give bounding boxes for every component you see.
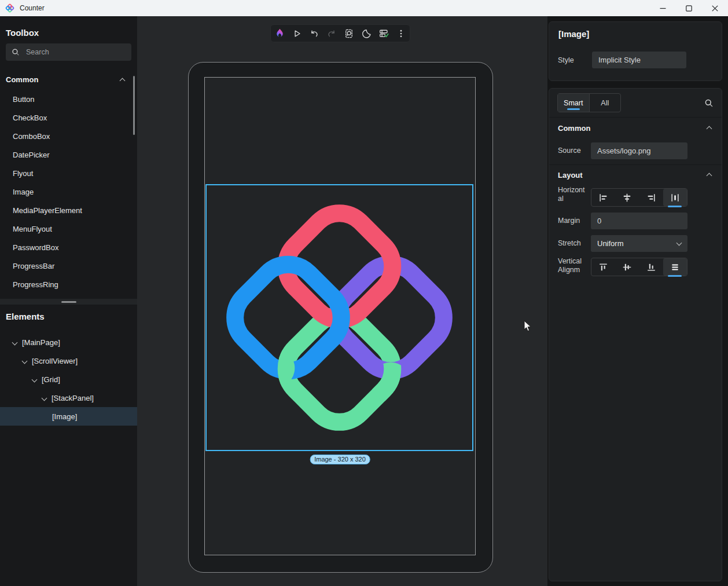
tree-item-mainpage[interactable]: [MainPage] bbox=[0, 333, 137, 351]
toolbox-item-progressbar[interactable]: ProgressBar bbox=[0, 257, 137, 276]
toolbox-item-button[interactable]: Button bbox=[0, 90, 137, 109]
search-icon bbox=[12, 48, 20, 56]
selected-option-underline bbox=[668, 206, 682, 208]
align-horizontal-left-button[interactable] bbox=[591, 189, 615, 206]
inspector-tabs: Smart All bbox=[557, 93, 621, 112]
play-button[interactable] bbox=[289, 25, 305, 41]
align-horizontal-stretch-button[interactable] bbox=[663, 189, 687, 206]
toolbox-section-header: Common bbox=[0, 71, 137, 87]
toolbox-title: Toolbox bbox=[6, 27, 39, 39]
tree-item-scrollviewer[interactable]: [ScrollViewer] bbox=[0, 351, 137, 370]
titlebar: Counter bbox=[0, 0, 728, 17]
expand-chevron-icon[interactable] bbox=[22, 358, 28, 364]
horizontal-alignment-group bbox=[591, 188, 687, 207]
maximize-icon bbox=[686, 5, 692, 12]
source-field[interactable]: Assets/logo.png bbox=[591, 142, 687, 159]
toolbox-item-image[interactable]: Image bbox=[0, 183, 137, 202]
minimize-button[interactable] bbox=[650, 0, 676, 16]
search-icon bbox=[704, 98, 714, 108]
toolbox-search-input[interactable] bbox=[25, 47, 120, 57]
task-list-check-icon bbox=[378, 28, 389, 39]
canvas-toolbar bbox=[270, 24, 410, 42]
image-element-logo[interactable] bbox=[207, 185, 472, 450]
toolbox-item-flyout[interactable]: Flyout bbox=[0, 164, 137, 183]
more-options-button[interactable] bbox=[394, 25, 409, 41]
margin-field[interactable]: 0 bbox=[591, 213, 687, 229]
splitter-grip-icon bbox=[61, 301, 76, 303]
zoom-selection-icon bbox=[344, 28, 354, 39]
toolbox-search[interactable] bbox=[6, 43, 131, 61]
close-icon bbox=[712, 5, 718, 12]
minimize-icon bbox=[660, 5, 666, 12]
align-horizontal-center-button[interactable] bbox=[615, 189, 639, 206]
toolbox-section-title: Common bbox=[6, 75, 38, 84]
maximize-button[interactable] bbox=[676, 0, 702, 16]
toolbox-list: Button CheckBox ComboBox DatePicker Flyo… bbox=[0, 90, 137, 294]
hot-reload-button[interactable] bbox=[272, 25, 288, 41]
task-list-button[interactable] bbox=[376, 25, 392, 41]
align-top-icon bbox=[598, 262, 608, 272]
zoom-selection-button[interactable] bbox=[341, 25, 357, 41]
toolbox-item-passwordbox[interactable]: PasswordBox bbox=[0, 239, 137, 257]
properties-search-button[interactable] bbox=[701, 95, 716, 111]
toolbox-item-mediaplayerelement[interactable]: MediaPlayerElement bbox=[0, 202, 137, 220]
vertical-alignment-group bbox=[591, 258, 687, 276]
collapse-chevron-icon[interactable] bbox=[707, 126, 712, 132]
redo-button[interactable] bbox=[324, 25, 340, 41]
panel-splitter[interactable] bbox=[0, 299, 137, 305]
collapse-chevron-icon[interactable] bbox=[707, 173, 712, 179]
selected-element-title: [Image] bbox=[558, 29, 589, 39]
tree-item-grid[interactable]: [Grid] bbox=[0, 370, 137, 389]
align-vertical-stretch-button[interactable] bbox=[663, 258, 687, 276]
device-frame: Image - 320 x 320 bbox=[188, 62, 493, 573]
layout-section-header: Layout bbox=[558, 169, 583, 181]
tree-item-stackpanel[interactable]: [StackPanel] bbox=[0, 389, 137, 407]
design-canvas[interactable]: Image - 320 x 320 bbox=[137, 16, 547, 586]
toolbox-item-menuflyout[interactable]: MenuFlyout bbox=[0, 220, 137, 239]
align-center-icon bbox=[622, 193, 632, 203]
expand-chevron-icon[interactable] bbox=[32, 376, 38, 382]
align-right-icon bbox=[646, 193, 656, 203]
tree-item-image[interactable]: [Image] bbox=[0, 407, 137, 426]
moon-icon bbox=[361, 28, 372, 39]
margin-label: Margin bbox=[558, 217, 580, 225]
undo-button[interactable] bbox=[307, 25, 322, 41]
style-field[interactable]: Implicit Style bbox=[592, 52, 686, 68]
toolbox-scrollbar-thumb[interactable] bbox=[133, 76, 135, 135]
toolbox-item-checkbox[interactable]: CheckBox bbox=[0, 109, 137, 127]
inspector-header-card: [Image] Style Implicit Style bbox=[549, 21, 722, 81]
horizontal-alignment-label: Horizontal bbox=[558, 186, 587, 203]
page-surface[interactable]: Image - 320 x 320 bbox=[204, 77, 476, 555]
mouse-cursor bbox=[524, 320, 532, 335]
tab-smart[interactable]: Smart bbox=[558, 94, 590, 112]
align-vertical-top-button[interactable] bbox=[591, 258, 615, 276]
common-section-header: Common bbox=[558, 122, 590, 134]
vertical-alignment-label: Vertical Alignm bbox=[558, 257, 589, 274]
expand-chevron-icon[interactable] bbox=[42, 395, 47, 401]
collapse-chevron-icon[interactable] bbox=[120, 78, 126, 84]
align-middle-icon bbox=[622, 262, 632, 272]
selection-overlay bbox=[205, 184, 473, 451]
play-icon bbox=[292, 28, 302, 39]
app-window: Counter Toolbox Common bbox=[0, 0, 728, 586]
tab-all[interactable]: All bbox=[590, 94, 621, 112]
align-vertical-stretch-icon bbox=[670, 262, 680, 272]
toolbox-item-progressring[interactable]: ProgressRing bbox=[0, 276, 137, 294]
align-vertical-bottom-button[interactable] bbox=[639, 258, 663, 276]
source-label: Source bbox=[558, 146, 581, 155]
align-horizontal-right-button[interactable] bbox=[639, 189, 663, 206]
stretch-dropdown[interactable]: Uniform bbox=[591, 235, 687, 252]
selection-size-badge: Image - 320 x 320 bbox=[310, 455, 370, 464]
expand-chevron-icon[interactable] bbox=[12, 339, 18, 345]
toolbox-item-datepicker[interactable]: DatePicker bbox=[0, 146, 137, 164]
inspector-properties-card: Smart All Common Source Assets/log bbox=[549, 88, 722, 581]
toolbox-item-combobox[interactable]: ComboBox bbox=[0, 127, 137, 146]
kebab-menu-icon bbox=[396, 28, 406, 39]
window-title: Counter bbox=[20, 4, 45, 12]
close-button[interactable] bbox=[702, 0, 728, 16]
theme-toggle-button[interactable] bbox=[359, 25, 374, 41]
align-vertical-center-button[interactable] bbox=[615, 258, 639, 276]
align-stretch-icon bbox=[670, 193, 680, 203]
left-sidebar: Toolbox Common Button CheckBox ComboBox … bbox=[0, 16, 137, 586]
style-label: Style bbox=[558, 56, 574, 64]
